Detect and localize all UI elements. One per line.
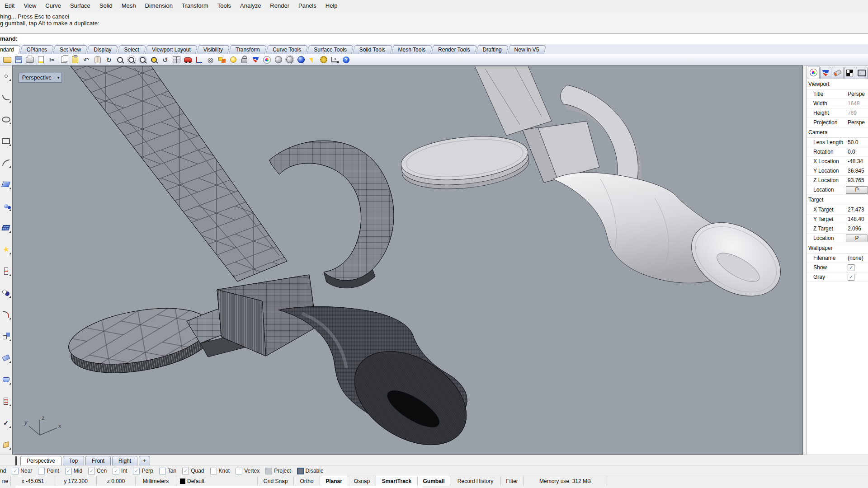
viewport-scene[interactable]	[13, 66, 803, 455]
status-cell[interactable]: Record History	[450, 476, 501, 486]
color-wheel-icon[interactable]	[262, 55, 272, 65]
menu-item[interactable]: Help	[321, 0, 342, 12]
shaded-sword-model[interactable]	[399, 66, 794, 311]
explode-tool-icon[interactable]	[0, 244, 11, 254]
checkbox[interactable]	[210, 468, 217, 474]
menu-item[interactable]: View	[19, 0, 41, 12]
extrude-tool-icon[interactable]	[0, 375, 11, 385]
toolbar-tab[interactable]: Render Tools	[432, 45, 476, 54]
checkbox[interactable]: ✓	[88, 468, 95, 474]
checkbox[interactable]	[265, 468, 272, 474]
pan-icon[interactable]	[92, 55, 103, 65]
toolbar-tab[interactable]: Select	[118, 45, 145, 54]
status-cell[interactable]: Memory use: 312 MB	[524, 476, 607, 486]
status-cell[interactable]: Gumball	[418, 476, 450, 486]
osnap-toggle[interactable]: Project	[265, 468, 291, 474]
menu-item[interactable]: Tools	[213, 0, 236, 12]
checkbox[interactable]	[159, 468, 166, 474]
named-view-icon[interactable]	[183, 55, 193, 65]
surface-tool-icon[interactable]	[0, 179, 11, 189]
properties-tab[interactable]	[808, 66, 820, 79]
flow-tool-icon[interactable]	[0, 353, 11, 363]
paste-icon[interactable]	[70, 55, 80, 65]
viewport-tab[interactable]: +	[139, 456, 150, 465]
chevron-down-icon[interactable]: ▼	[55, 73, 61, 82]
rectangle-tool-icon[interactable]	[0, 136, 11, 146]
toolbar-tab[interactable]: Curve Tools	[267, 45, 307, 54]
mesh-tool-icon[interactable]	[0, 223, 11, 233]
osnap-toggle[interactable]: ✓ Mid	[65, 468, 82, 474]
cut-icon[interactable]: ✂	[47, 55, 57, 65]
toolbar-tab[interactable]: Visibility	[198, 45, 229, 54]
curve-tool-icon[interactable]	[0, 93, 11, 103]
status-cell[interactable]: x -45.051	[11, 476, 55, 486]
checkbox[interactable]: ✓	[182, 468, 189, 474]
cursor-icon[interactable]	[307, 55, 317, 65]
eraser-tab[interactable]	[832, 67, 844, 79]
toolbar-tab[interactable]: New in V5	[509, 45, 545, 54]
materials-tab[interactable]	[844, 67, 856, 79]
check-tool-icon[interactable]: ✓	[0, 418, 11, 428]
zoom-extents-icon[interactable]	[149, 55, 159, 65]
wireframe-sword-model[interactable]	[64, 66, 483, 455]
osnap-toggle[interactable]: Vertex	[236, 468, 259, 474]
viewport-tab[interactable]: Right	[112, 456, 137, 465]
checkbox[interactable]	[236, 468, 242, 474]
fillet-tool-icon[interactable]	[0, 310, 11, 319]
status-cell[interactable]: y 172.300	[55, 476, 97, 486]
status-cell[interactable]: Millimeters	[136, 476, 176, 486]
status-cell[interactable]: Grid Snap	[258, 476, 294, 486]
arc-tool-icon[interactable]	[0, 158, 11, 168]
layers-tab[interactable]	[820, 67, 832, 79]
shade-selected-icon[interactable]	[284, 55, 295, 65]
move-tool-icon[interactable]	[0, 331, 11, 341]
lamp-icon[interactable]	[228, 55, 238, 65]
sphere-tool-icon[interactable]	[0, 201, 11, 211]
checkbox[interactable]: ✓	[113, 468, 119, 474]
menu-item[interactable]: Analyze	[236, 0, 265, 12]
status-cell[interactable]: z 0.000	[97, 476, 136, 486]
print-icon[interactable]	[24, 55, 35, 65]
viewport-layout-icon[interactable]	[171, 55, 182, 65]
osnap-toggle[interactable]: ✓ Near	[12, 468, 32, 474]
rotate-view-icon[interactable]: ↻	[104, 55, 114, 65]
circle-tool-icon[interactable]	[0, 288, 11, 298]
toolbar-tab[interactable]: Transform	[230, 45, 266, 54]
viewport-title-dropdown[interactable]: Perspective ▼	[19, 73, 62, 83]
render-icon[interactable]	[296, 55, 306, 65]
status-cell[interactable]: Osnap	[348, 476, 376, 486]
status-cell[interactable]: ne	[0, 476, 11, 486]
toolbar-tab[interactable]: CPlanes	[21, 45, 53, 54]
viewport-tab[interactable]: Perspective	[20, 456, 61, 465]
checkbox[interactable]: ✓	[133, 468, 140, 474]
zoom-window-icon[interactable]	[126, 55, 137, 65]
menu-item[interactable]: Mesh	[117, 0, 141, 12]
copy-icon[interactable]	[58, 55, 69, 65]
lock-icon[interactable]	[239, 55, 250, 65]
viewport-tab[interactable]: Top	[63, 456, 84, 465]
save-icon[interactable]	[13, 55, 24, 65]
ellipse-tool-icon[interactable]	[0, 114, 11, 124]
osnap-toggle[interactable]: Point	[38, 468, 59, 474]
open-file-icon[interactable]	[2, 55, 12, 65]
osnap-toggle[interactable]: ✓ Quad	[182, 468, 204, 474]
tab-splitter[interactable]	[15, 456, 17, 465]
status-cell[interactable]: Ortho	[294, 476, 320, 486]
shaded-view-icon[interactable]	[273, 55, 283, 65]
options-gear-icon[interactable]	[318, 55, 329, 65]
osnap-toggle[interactable]: Tan	[159, 468, 176, 474]
toolbar-tab[interactable]: Solid Tools	[354, 45, 392, 54]
menu-item[interactable]: Dimension	[141, 0, 177, 12]
zoom-selected-icon[interactable]	[137, 55, 148, 65]
undo-icon[interactable]: ↶	[81, 55, 91, 65]
menu-item[interactable]: Panels	[294, 0, 321, 12]
status-cell[interactable]: Default	[176, 476, 258, 486]
viewport-tab[interactable]: Front	[85, 456, 111, 465]
command-prompt[interactable]: mand:	[0, 33, 868, 45]
toolbar-tab[interactable]: Mesh Tools	[392, 45, 431, 54]
set-cplane-icon[interactable]: ◎	[205, 55, 216, 65]
export-icon[interactable]	[36, 55, 46, 65]
shapes-icon[interactable]	[217, 55, 227, 65]
menu-item[interactable]: Solid	[95, 0, 117, 12]
dimension-icon[interactable]	[330, 55, 340, 65]
